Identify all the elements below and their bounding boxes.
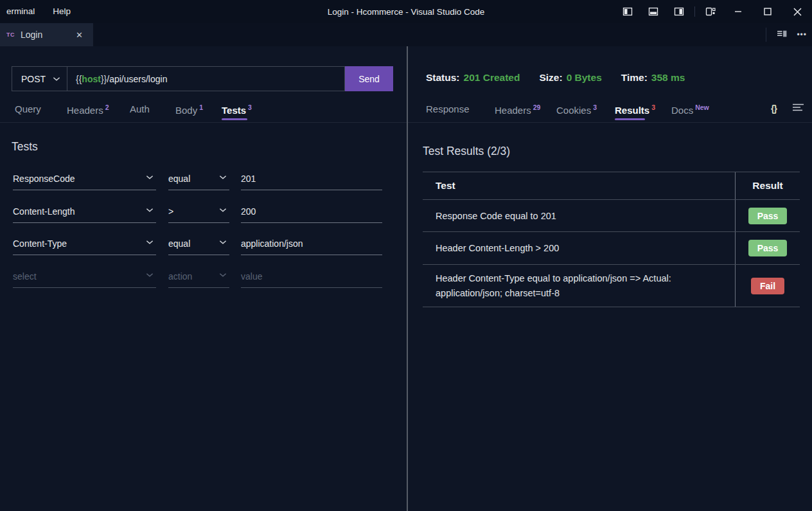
- actions-separator: [766, 28, 766, 42]
- tests-heading: Tests: [12, 140, 38, 154]
- active-tab-underline: [615, 118, 645, 120]
- test-description: Header Content-Length > 200: [423, 232, 736, 264]
- status-value: 201 Created: [464, 72, 520, 83]
- test-row: Content-Type equal application/json: [0, 232, 407, 255]
- test-row: ResponseCode equal 201: [0, 167, 407, 190]
- chevron-down-icon: [219, 204, 227, 215]
- toggle-sidebar-right-icon[interactable]: [666, 0, 692, 23]
- maximize-button[interactable]: [753, 0, 782, 23]
- menu-item-terminal[interactable]: erminal: [0, 0, 44, 23]
- format-json-icon[interactable]: {}: [771, 103, 777, 114]
- chevron-down-icon: [146, 237, 154, 247]
- close-window-button[interactable]: [782, 0, 812, 23]
- time-item: Time:358 ms: [621, 72, 685, 84]
- status-badge-pass: Pass: [748, 208, 788, 224]
- url-path: /api/users/login: [107, 74, 167, 84]
- chevron-down-icon: [219, 269, 227, 280]
- chevron-down-icon: [53, 76, 60, 82]
- split-editor-icon[interactable]: [777, 28, 788, 42]
- url-input[interactable]: {{host}}/api/users/login: [67, 74, 344, 84]
- status-item: Status:201 Created: [426, 72, 520, 84]
- test-description: Response Code equal to 201: [423, 200, 736, 231]
- url-variable: host: [82, 74, 101, 84]
- test-field-select[interactable]: Content-Type: [13, 232, 156, 255]
- size-item: Size:0 Bytes: [539, 72, 601, 84]
- more-actions-icon[interactable]: •••: [797, 30, 807, 39]
- table-row: Response Code equal to 201 Pass: [423, 200, 800, 232]
- chevron-down-icon: [219, 237, 227, 247]
- status-badge-fail: Fail: [751, 278, 784, 294]
- tabs-divider: [0, 122, 407, 123]
- size-value: 0 Bytes: [567, 72, 602, 83]
- request-bar: POST {{host}}/api/users/login: [12, 66, 345, 91]
- tab-headers[interactable]: Headers2: [67, 103, 109, 116]
- editor-tab-strip: TC Login ✕ •••: [0, 23, 812, 46]
- toggle-sidebar-left-icon[interactable]: [615, 0, 640, 23]
- editor-actions: •••: [766, 23, 807, 46]
- tab-cookies[interactable]: Cookies3: [556, 103, 597, 116]
- menu-bar: erminal Help: [0, 0, 80, 23]
- test-field-select[interactable]: ResponseCode: [13, 167, 156, 190]
- tab-results[interactable]: Results3: [615, 103, 655, 116]
- tab-close-icon[interactable]: ✕: [72, 29, 87, 41]
- send-button[interactable]: Send: [345, 66, 393, 91]
- chevron-down-icon: [146, 172, 154, 182]
- tab-response[interactable]: Response: [426, 103, 470, 114]
- response-status-line: Status:201 Created Size:0 Bytes Time:358…: [426, 72, 685, 84]
- tab-query[interactable]: Query: [15, 103, 41, 114]
- test-action-select[interactable]: equal: [168, 167, 229, 190]
- response-panel: Status:201 Created Size:0 Bytes Time:358…: [408, 46, 812, 511]
- customize-layout-icon[interactable]: [698, 0, 723, 23]
- tab-body[interactable]: Body1: [175, 103, 203, 116]
- test-value-input[interactable]: value: [241, 265, 382, 288]
- title-bar: erminal Help Login - Hcommerce - Visual …: [0, 0, 812, 23]
- editor-tab-login[interactable]: TC Login ✕: [0, 23, 93, 46]
- tests-count-badge: 3: [248, 103, 252, 111]
- tab-auth[interactable]: Auth: [130, 103, 150, 114]
- response-toolbar: {}: [771, 103, 804, 114]
- test-action-select[interactable]: equal: [168, 232, 229, 255]
- table-row: Header Content-Type equal to application…: [423, 265, 800, 307]
- url-brace-open: {{: [76, 74, 82, 84]
- test-value-input[interactable]: application/json: [241, 232, 382, 255]
- test-results-table: Test Result Response Code equal to 201 P…: [423, 172, 800, 307]
- chevron-down-icon: [146, 204, 154, 215]
- controls-separator: [694, 6, 695, 17]
- tab-resp-headers[interactable]: Headers29: [495, 103, 540, 116]
- test-action-select[interactable]: action: [168, 265, 229, 288]
- test-value-input[interactable]: 201: [241, 167, 382, 190]
- menu-item-help[interactable]: Help: [44, 0, 80, 23]
- test-description: Header Content-Type equal to application…: [423, 265, 736, 307]
- status-badge-pass: Pass: [748, 240, 788, 256]
- table-header-row: Test Result: [423, 172, 800, 200]
- resp-headers-count-badge: 29: [533, 103, 541, 111]
- active-tab-underline: [222, 118, 247, 120]
- url-brace-close: }}: [101, 74, 107, 84]
- results-count-badge: 3: [651, 103, 655, 111]
- editor-tab-label: Login: [21, 30, 72, 40]
- test-action-select[interactable]: >: [168, 200, 229, 223]
- method-select[interactable]: POST: [12, 67, 67, 91]
- line-wrap-icon[interactable]: [792, 103, 804, 114]
- test-value-input[interactable]: 200: [241, 200, 382, 223]
- test-row: Content-Length > 200: [0, 200, 407, 223]
- tab-docs[interactable]: DocsNew: [671, 103, 709, 116]
- minimize-button[interactable]: [723, 0, 753, 23]
- column-header-result: Result: [736, 172, 800, 199]
- tabs-divider: [408, 122, 812, 123]
- test-row-empty: select action value: [0, 265, 407, 288]
- chevron-down-icon: [219, 172, 227, 182]
- test-field-select[interactable]: select: [13, 265, 156, 288]
- request-panel: POST {{host}}/api/users/login Send Query…: [0, 46, 407, 511]
- time-value: 358 ms: [651, 72, 685, 83]
- body-count-badge: 1: [199, 103, 203, 111]
- tab-tests[interactable]: Tests3: [222, 103, 252, 116]
- test-results-heading: Test Results (2/3): [423, 145, 510, 158]
- docs-new-badge: New: [695, 103, 709, 111]
- cookies-count-badge: 3: [593, 103, 597, 111]
- test-field-select[interactable]: Content-Length: [13, 200, 156, 223]
- toggle-panel-bottom-icon[interactable]: [640, 0, 666, 23]
- window-controls: [615, 0, 812, 23]
- column-header-test: Test: [423, 172, 736, 199]
- method-value: POST: [21, 74, 46, 84]
